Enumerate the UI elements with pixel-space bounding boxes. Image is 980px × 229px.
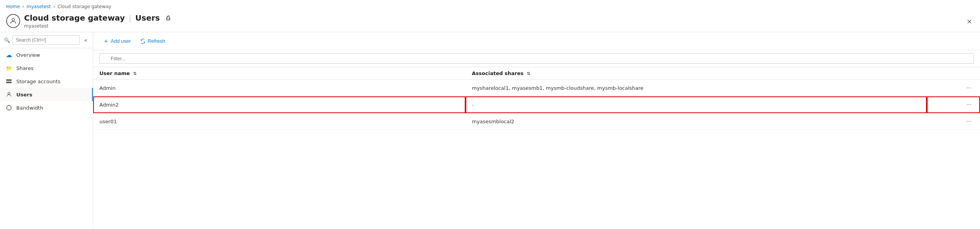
sidebar-item-overview[interactable]: ☁ Overview (0, 48, 93, 61)
sidebar-label-bandwidth: Bandwidth (16, 105, 43, 111)
users-table: User name ⇅ Associated shares ⇅ Adminmys… (93, 67, 980, 130)
search-icon: 🔍 (4, 37, 10, 43)
svg-rect-1 (6, 79, 12, 81)
col-header-shares[interactable]: Associated shares ⇅ (466, 67, 927, 80)
breadcrumb-home[interactable]: Home (6, 4, 20, 9)
filter-input[interactable] (99, 53, 974, 64)
cell-shares: - (466, 96, 927, 113)
cell-shares: mysharelocal1, myasesmb1, mysmb-cloudsha… (466, 80, 927, 96)
collapse-button[interactable]: « (82, 36, 89, 44)
folder-icon: 📁 (5, 65, 12, 72)
table-row[interactable]: user01myasesmblocal2··· (93, 113, 980, 130)
sidebar-label-users: Users (16, 92, 32, 98)
table-row[interactable]: Admin2-··· (93, 96, 980, 113)
filter-wrap: 🔍 (99, 53, 974, 64)
breadcrumb-myasetest[interactable]: myasetest (26, 4, 51, 9)
storage-icon (5, 78, 12, 85)
plus-icon (103, 38, 109, 44)
sidebar-label-shares: Shares (16, 65, 33, 71)
add-user-button[interactable]: Add user (99, 36, 135, 46)
col-header-username[interactable]: User name ⇅ (93, 67, 466, 80)
refresh-icon (140, 38, 146, 44)
main-layout: 🔍 « ☁ Overview 📁 Shares (0, 32, 980, 226)
sidebar-nav: ☁ Overview 📁 Shares Storage accounts (0, 48, 93, 114)
search-bar: 🔍 « (0, 32, 93, 48)
page-icon (6, 14, 20, 28)
refresh-button[interactable]: Refresh (136, 36, 169, 46)
print-icon[interactable]: ⎙ (166, 14, 170, 22)
cloud-icon: ☁ (5, 51, 12, 58)
sort-username-icon: ⇅ (133, 71, 137, 76)
cell-username: Admin (93, 80, 466, 96)
close-button[interactable]: × (965, 16, 974, 27)
bandwidth-icon (5, 104, 12, 111)
breadcrumb: Home › myasetest › Cloud storage gateway (0, 0, 980, 12)
filter-bar: 🔍 (93, 50, 980, 67)
more-actions-button[interactable]: ··· (964, 100, 974, 109)
svg-rect-2 (6, 82, 12, 83)
svg-point-0 (12, 18, 15, 21)
page-header: Cloud storage gateway | Users ⎙ myasetes… (0, 12, 980, 32)
cell-username: user01 (93, 113, 466, 130)
sort-shares-icon: ⇅ (527, 71, 530, 76)
cell-actions: ··· (927, 96, 980, 113)
users-table-container: User name ⇅ Associated shares ⇅ Adminmys… (93, 67, 980, 226)
cell-shares: myasesmblocal2 (466, 113, 927, 130)
table-row[interactable]: Adminmysharelocal1, myasesmb1, mysmb-clo… (93, 80, 980, 96)
sidebar-item-bandwidth[interactable]: Bandwidth (0, 101, 93, 114)
cell-actions: ··· (927, 80, 980, 96)
cell-username: Admin2 (93, 96, 466, 113)
header-subtitle: myasetest (24, 23, 965, 29)
search-input[interactable] (12, 35, 80, 45)
page-title: Cloud storage gateway | Users ⎙ (24, 13, 965, 23)
header-title-block: Cloud storage gateway | Users ⎙ myasetes… (24, 13, 965, 29)
user-icon (5, 91, 12, 98)
sidebar-label-overview: Overview (16, 52, 40, 58)
sidebar-item-shares[interactable]: 📁 Shares (0, 61, 93, 75)
sidebar: 🔍 « ☁ Overview 📁 Shares (0, 32, 93, 226)
more-actions-button[interactable]: ··· (964, 84, 974, 92)
sidebar-item-users[interactable]: Users (0, 88, 93, 101)
sidebar-label-storage: Storage accounts (16, 79, 61, 84)
col-header-actions (927, 67, 980, 80)
svg-point-3 (8, 93, 10, 94)
breadcrumb-current: Cloud storage gateway (57, 4, 111, 9)
cell-actions: ··· (927, 113, 980, 130)
more-actions-button[interactable]: ··· (964, 117, 974, 126)
sidebar-item-storage-accounts[interactable]: Storage accounts (0, 75, 93, 88)
toolbar: Add user Refresh (93, 32, 980, 50)
main-content: Add user Refresh 🔍 (93, 32, 980, 226)
table-header-row: User name ⇅ Associated shares ⇅ (93, 67, 980, 80)
